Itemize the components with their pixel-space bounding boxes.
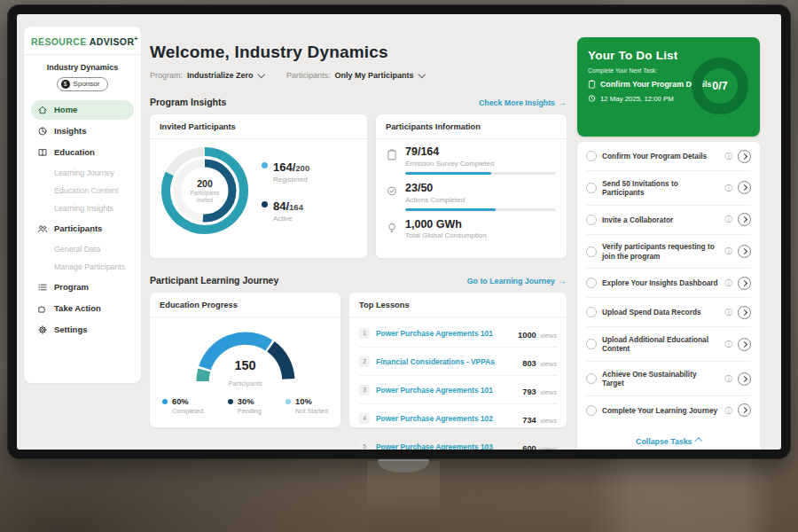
top-lessons-card: Top Lessons 1 Power Purchase Agreements … (349, 293, 567, 427)
sidebar-item-participants[interactable]: Participants (31, 219, 134, 239)
clipboard-icon (387, 149, 397, 175)
task-row-send-invitations[interactable]: Send 50 Invitations to Participants ⓘ (586, 171, 751, 206)
info-icon[interactable]: ⓘ (725, 215, 733, 223)
views-count: 793 views (522, 382, 557, 398)
sidebar-item-settings[interactable]: Settings (31, 320, 134, 340)
program-insights-header: Program Insights Check More Insights→ (150, 97, 567, 107)
info-icon[interactable]: ⓘ (725, 153, 733, 160)
chevron-right-button[interactable] (738, 277, 751, 290)
legend-active: 84/164 Active (262, 198, 309, 223)
chevron-right-button[interactable] (738, 181, 751, 194)
task-checkbox[interactable] (586, 405, 597, 416)
chevron-right-button[interactable] (738, 372, 751, 386)
info-icon[interactable]: ⓘ (725, 407, 733, 415)
info-icon[interactable]: ⓘ (725, 247, 733, 255)
sidebar-item-home[interactable]: Home (31, 100, 134, 120)
check-more-insights-link[interactable]: Check More Insights→ (479, 98, 567, 107)
arrow-right-icon: → (558, 98, 567, 107)
go-to-learning-journey-link[interactable]: Go to Learning Journey→ (467, 276, 567, 286)
donut-center-label: 200 Participants Invited (159, 145, 251, 237)
education-gauge-chart: 150 Participants (187, 325, 304, 389)
app-logo: RESOURCEADVISOR+ (31, 35, 134, 47)
task-checkbox[interactable] (586, 215, 597, 225)
sidebar-item-insights[interactable]: Insights (31, 121, 134, 141)
sidebar-item-learning-insights[interactable]: Learning Insights (31, 200, 134, 217)
sidebar-item-program[interactable]: Program (31, 278, 134, 297)
rank-badge: 4 (359, 413, 370, 424)
todo-progress-ring: 0/7 (692, 58, 748, 114)
chevron-right-button[interactable] (738, 150, 751, 163)
card-title: Top Lessons (349, 293, 567, 317)
legend-completed: 60%Completed (162, 397, 203, 415)
lesson-link[interactable]: Power Purchase Agreements 101 (376, 386, 516, 395)
task-checkbox[interactable] (586, 278, 597, 288)
sidebar-item-manage-participants[interactable]: Manage Participants (31, 258, 134, 276)
views-count: 803 views (522, 354, 557, 370)
card-title: Invited Participants (150, 114, 367, 139)
sidebar-item-take-action[interactable]: Take Action (31, 299, 134, 318)
stat-actions-completed: 23/50 Actions Completed (387, 183, 556, 211)
task-checkbox[interactable] (586, 246, 597, 257)
task-row-explore-insights[interactable]: Explore Your Insights Dashboard ⓘ (586, 269, 751, 298)
rank-badge: 3 (359, 385, 370, 395)
info-icon[interactable]: ⓘ (725, 340, 733, 348)
chevron-up-icon (695, 438, 702, 445)
sidebar-item-education[interactable]: Education (31, 143, 134, 162)
task-row-invite-collaborator[interactable]: Invite a Collaborator ⓘ (586, 206, 751, 235)
task-checkbox[interactable] (586, 183, 597, 193)
puzzle-icon (37, 303, 48, 314)
card-title: Participants Information (376, 114, 567, 139)
task-checkbox[interactable] (586, 373, 597, 384)
chevron-right-button[interactable] (738, 245, 751, 258)
monitor-stand-neck (367, 461, 440, 532)
task-row-upload-educational-content[interactable]: Upload Additional Educational Content ⓘ (586, 327, 751, 362)
chevron-right-button[interactable] (738, 403, 751, 417)
chevron-right-button[interactable] (738, 306, 751, 319)
participants-filter-label: Participants: (286, 71, 331, 80)
task-checkbox[interactable] (586, 339, 597, 349)
card-title: Education Progress (150, 293, 340, 317)
gear-icon (37, 325, 48, 335)
sponsor-badge[interactable]: $ Sponsor (57, 77, 109, 91)
chevron-right-button[interactable] (738, 338, 751, 351)
info-icon[interactable]: ⓘ (725, 184, 733, 192)
task-checkbox[interactable] (586, 151, 597, 161)
participants-dropdown[interactable]: Only My Participants (335, 71, 425, 80)
collapse-tasks-link[interactable]: Collapse Tasks (636, 437, 701, 446)
clipboard-icon (588, 80, 596, 89)
stat-emission-survey: 79/164 Emission Survey Completed (387, 146, 556, 175)
legend-dot (286, 399, 291, 404)
lesson-link[interactable]: Power Purchase Agreements 103 (376, 442, 516, 450)
lesson-link[interactable]: Power Purchase Agreements 102 (376, 414, 516, 423)
book-icon (37, 147, 48, 158)
chevron-right-button[interactable] (738, 213, 751, 226)
program-filter-label: Program: (150, 71, 183, 80)
lesson-row: 2 Financial Considerations - VPPAs 803 v… (359, 348, 557, 376)
invited-participants-card: Invited Participants (150, 114, 367, 258)
progress-bar (405, 172, 556, 175)
sidebar-nav: Home Insights Education Learning Journey… (31, 100, 134, 340)
logo-primary: RESOURCE (31, 36, 87, 47)
task-row-complete-learning-journey[interactable]: Complete Your Learning Journey ⓘ (586, 396, 751, 425)
legend-dot (262, 162, 268, 168)
sponsor-label: Sponsor (74, 80, 100, 88)
sidebar-item-education-content[interactable]: Education Content (31, 182, 134, 200)
info-icon[interactable]: ⓘ (725, 375, 733, 383)
task-row-achieve-target[interactable]: Achieve One Sustainability Target ⓘ (586, 362, 751, 396)
info-icon[interactable]: ⓘ (725, 279, 733, 287)
task-row-confirm-program[interactable]: Confirm Your Program Details ⓘ (586, 142, 751, 171)
task-checkbox[interactable] (586, 307, 597, 317)
task-row-verify-participants[interactable]: Verify participants requesting to join t… (586, 235, 751, 270)
stat-total-consumption: 1,000 GWh Total Global Consumption (387, 219, 556, 240)
lesson-link[interactable]: Financial Considerations - VPPAs (376, 357, 516, 366)
info-icon[interactable]: ⓘ (725, 309, 733, 317)
sidebar-item-learning-journey[interactable]: Learning Journey (31, 164, 134, 182)
task-row-upload-spend-data[interactable]: Upload Spend Data Records ⓘ (586, 298, 751, 327)
insights-cards-row: Invited Participants (150, 114, 567, 258)
program-dropdown[interactable]: Industrialize Zero (187, 71, 263, 80)
main-content: Welcome, Industry Dynamics Program: Indu… (150, 27, 567, 427)
lesson-link[interactable]: Power Purchase Agreements 101 (376, 329, 512, 338)
sidebar-item-general-data[interactable]: General Data (31, 240, 134, 258)
legend-dot (262, 201, 268, 207)
pie-chart-icon (37, 126, 48, 137)
